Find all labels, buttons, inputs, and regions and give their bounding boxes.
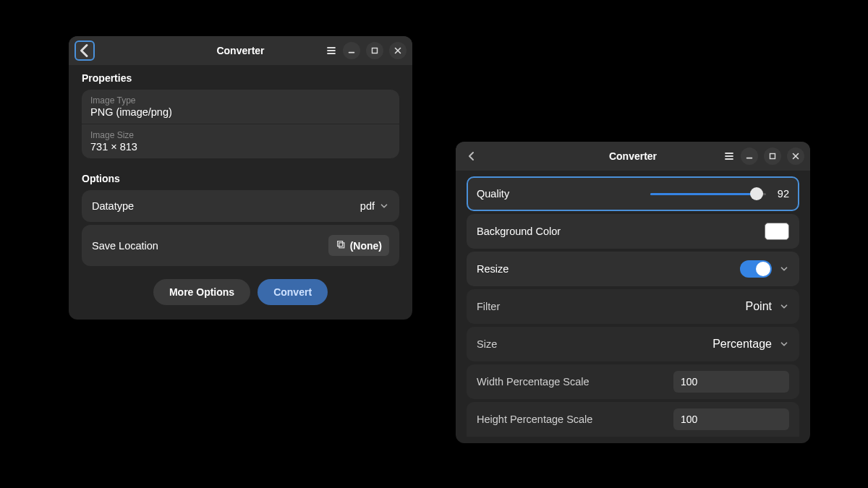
close-button[interactable] xyxy=(389,42,407,59)
maximize-button[interactable] xyxy=(366,42,383,59)
options-group: Datatype pdf Save Location (None) xyxy=(82,190,399,266)
height-scale-label: Height Percentage Scale xyxy=(477,414,673,425)
image-type-value: PNG (image/png) xyxy=(90,106,391,118)
converter-options-window: Converter Quality 92 Background Color xyxy=(456,142,810,443)
resize-toggle[interactable] xyxy=(740,260,772,278)
back-button[interactable] xyxy=(75,40,95,61)
close-button[interactable] xyxy=(787,147,804,165)
chevron-down-icon xyxy=(779,339,789,349)
save-location-label: Save Location xyxy=(92,240,328,252)
image-type-label: Image Type xyxy=(90,95,391,106)
options-heading: Options xyxy=(82,173,399,184)
minimize-button[interactable] xyxy=(741,147,758,165)
minimize-button[interactable] xyxy=(343,42,360,59)
size-value: Percentage xyxy=(712,338,772,351)
chevron-down-icon xyxy=(779,301,789,312)
resize-label: Resize xyxy=(477,263,740,275)
background-color-button[interactable] xyxy=(765,223,789,240)
chevron-down-icon[interactable] xyxy=(779,264,789,274)
width-scale-row: Width Percentage Scale 100 xyxy=(467,364,799,399)
width-scale-input[interactable]: 100 xyxy=(673,371,789,393)
convert-button[interactable]: Convert xyxy=(258,279,328,305)
quality-label: Quality xyxy=(477,188,650,200)
datatype-label: Datatype xyxy=(92,200,360,212)
filter-value: Point xyxy=(746,300,772,313)
datatype-row[interactable]: Datatype pdf xyxy=(82,190,399,222)
maximize-button[interactable] xyxy=(764,147,781,165)
properties-heading: Properties xyxy=(82,72,399,84)
properties-group: Image Type PNG (image/png) Image Size 73… xyxy=(82,90,399,158)
converter-main-window: Converter Properties Image Type PNG (ima… xyxy=(69,36,412,320)
svg-rect-8 xyxy=(339,243,344,248)
image-type-row: Image Type PNG (image/png) xyxy=(82,90,399,124)
window-title: Converter xyxy=(69,45,412,56)
height-scale-row: Height Percentage Scale 100 xyxy=(467,402,799,437)
more-options-button[interactable]: More Options xyxy=(153,279,250,305)
svg-rect-7 xyxy=(337,241,342,247)
image-size-value: 731 × 813 xyxy=(90,141,391,153)
datatype-value: pdf xyxy=(360,200,375,212)
hamburger-menu-icon[interactable] xyxy=(326,45,337,56)
copy-icon xyxy=(336,239,346,252)
image-size-label: Image Size xyxy=(90,130,391,140)
quality-row: Quality 92 xyxy=(467,176,799,211)
width-scale-label: Width Percentage Scale xyxy=(477,376,673,388)
hamburger-menu-icon[interactable] xyxy=(723,150,735,162)
quality-value: 92 xyxy=(773,188,789,200)
filter-row[interactable]: Filter Point xyxy=(467,289,799,324)
save-location-button[interactable]: (None) xyxy=(328,235,389,256)
svg-rect-4 xyxy=(373,48,378,53)
filter-label: Filter xyxy=(477,301,746,312)
height-scale-input[interactable]: 100 xyxy=(673,408,789,430)
resize-row: Resize xyxy=(467,252,799,286)
svg-rect-13 xyxy=(770,154,775,159)
save-location-row: Save Location (None) xyxy=(82,225,399,266)
titlebar: Converter xyxy=(456,142,810,171)
background-color-row: Background Color xyxy=(467,214,799,249)
size-row[interactable]: Size Percentage xyxy=(467,327,799,361)
chevron-down-icon xyxy=(379,201,389,211)
size-label: Size xyxy=(477,338,712,350)
back-button[interactable] xyxy=(461,146,482,166)
save-location-value: (None) xyxy=(350,240,382,252)
image-size-row: Image Size 731 × 813 xyxy=(82,124,399,158)
titlebar: Converter xyxy=(69,36,412,65)
quality-slider[interactable] xyxy=(650,187,766,200)
background-color-label: Background Color xyxy=(477,226,765,237)
